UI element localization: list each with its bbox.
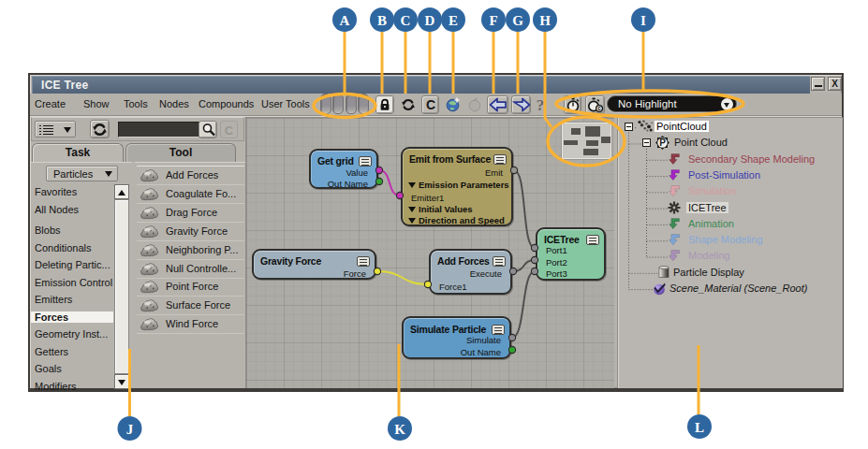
task-list-item[interactable]: Deleting Partic... xyxy=(31,259,113,270)
graph-node-gravity-force[interactable]: Gravity ForceForce xyxy=(252,249,376,280)
tree-expand-box[interactable] xyxy=(625,123,633,131)
menu-user-tools[interactable]: User Tools xyxy=(261,94,310,115)
dropdown-caret-icon xyxy=(105,171,112,177)
flag-icon xyxy=(668,217,681,234)
tree-item-scene-material-scene-root-[interactable]: Scene_Material (Scene_Root) xyxy=(618,282,843,296)
task-list-item[interactable]: Goals xyxy=(31,363,113,374)
help-question-button[interactable]: ? xyxy=(533,95,547,114)
task-list-item[interactable]: Getters xyxy=(31,346,113,357)
graph-node-simulate-particle[interactable]: Simulate ParticleSimulateOut Name xyxy=(402,316,511,359)
titlebar[interactable]: ICE Tree xyxy=(32,76,810,94)
force-tool-icon xyxy=(140,168,160,186)
node-port-label: Force xyxy=(344,268,366,279)
tab-tool[interactable]: Tool xyxy=(125,143,236,162)
window-title: ICE Tree xyxy=(41,79,88,92)
graph-node-add-forces[interactable]: Add ForcesExecuteForce1 xyxy=(429,249,512,295)
task-list-scrollbar[interactable] xyxy=(114,184,129,389)
tree-item-label: Simulation xyxy=(688,185,736,196)
tree-item-secondary-shape-modeling[interactable]: Secondary Shape Modeling xyxy=(618,152,843,167)
nav-back-button[interactable] xyxy=(487,95,508,114)
menubar: CreateShowToolsNodesCompoundsUser ToolsC… xyxy=(30,94,842,116)
task-list-item[interactable]: Modifiers xyxy=(31,381,113,392)
disabled-update-button[interactable] xyxy=(466,95,483,114)
clear-search-button[interactable]: C xyxy=(220,121,238,138)
tool-list-item[interactable]: Wind Force xyxy=(137,315,244,334)
menu-nodes[interactable]: Nodes xyxy=(159,94,189,115)
tree-item-animation[interactable]: Animation xyxy=(618,217,843,231)
graph-node-get-grid[interactable]: Get gridValueOut Name xyxy=(309,149,378,189)
list-view-dropdown[interactable] xyxy=(35,121,76,138)
stopwatch-button[interactable] xyxy=(564,95,581,114)
callout-letter-F: F xyxy=(489,13,497,28)
graph-node-icetree[interactable]: ICETreePort1Port2Port3 xyxy=(536,227,606,281)
graph-edge[interactable] xyxy=(512,271,535,338)
search-button[interactable] xyxy=(199,121,217,138)
tool-list-item[interactable]: Point Force xyxy=(137,278,244,297)
task-list-item[interactable]: Conditionals xyxy=(31,242,113,253)
tool-list-item[interactable]: Neighboring P... xyxy=(137,241,244,260)
scroll-down-button[interactable] xyxy=(114,374,129,389)
stopwatch-cache-icon: c xyxy=(587,97,604,113)
menu-compounds[interactable]: Compounds xyxy=(199,94,254,115)
node-port-label: Value xyxy=(346,167,368,178)
scroll-up-button[interactable] xyxy=(114,184,129,199)
group-triangle-icon xyxy=(408,182,416,188)
stopwatch-cache-button[interactable]: c xyxy=(585,95,605,114)
task-list-item[interactable]: Favorites xyxy=(31,186,113,197)
node-port-label: Port3 xyxy=(546,268,567,279)
lock-button[interactable] xyxy=(375,95,394,114)
cycle-c-button[interactable]: C xyxy=(421,95,439,114)
tree-item-pointcloud[interactable]: PointCloud xyxy=(618,120,843,134)
callout-letter-E: E xyxy=(449,13,458,28)
menu-create[interactable]: Create xyxy=(35,94,66,115)
tree-expand-box[interactable] xyxy=(642,138,651,147)
graph-navigator-minimap[interactable] xyxy=(562,123,611,159)
task-list-item[interactable]: Blobs xyxy=(31,224,113,236)
graph-edge[interactable] xyxy=(514,170,535,248)
tree-item-particle-display[interactable]: Particle Display xyxy=(618,266,843,280)
p-circle-icon: P xyxy=(655,136,669,153)
update-globe-button[interactable] xyxy=(444,95,463,114)
callout-letter-D: D xyxy=(425,13,435,28)
tool-list-item[interactable]: Coagulate Fo... xyxy=(137,185,244,204)
callout-circle-J xyxy=(118,416,142,441)
tree-item-post-simulation[interactable]: Post-Simulation xyxy=(618,168,843,182)
scrollbar-thumb[interactable] xyxy=(114,199,129,374)
task-list-item[interactable]: Emission Control xyxy=(31,277,113,288)
task-list-item[interactable]: All Nodes xyxy=(31,204,113,215)
graph-edge[interactable] xyxy=(377,271,428,284)
tool-list-item[interactable]: Drag Force xyxy=(137,204,244,223)
task-list-item[interactable]: Geometry Inst... xyxy=(31,328,113,340)
tab-task[interactable]: Task xyxy=(32,143,124,162)
tree-item-modeling[interactable]: Modeling xyxy=(618,249,843,263)
callout-letter-G: G xyxy=(512,13,523,28)
graph-node-emit-from-surface[interactable]: Emit from SurfaceEmitEmission Parameters… xyxy=(401,147,513,226)
tool-list-item[interactable]: Gravity Force xyxy=(137,223,244,241)
tool-item-label: Neighboring P... xyxy=(166,244,238,255)
tree-item-point-cloud[interactable]: PPoint Cloud xyxy=(618,136,843,150)
menu-tools[interactable]: Tools xyxy=(124,94,148,115)
layout-bars-group[interactable] xyxy=(320,94,369,115)
menu-show[interactable]: Show xyxy=(83,94,110,115)
node-port-label: Emitter1 xyxy=(411,193,444,203)
search-input[interactable] xyxy=(118,122,199,138)
node-graph-area[interactable]: Get gridValueOut NameEmit from SurfaceEm… xyxy=(245,117,614,388)
task-list-item[interactable]: Emitters xyxy=(31,294,113,305)
close-button[interactable]: X xyxy=(828,77,842,91)
tool-list-item[interactable]: Null Controlle... xyxy=(137,260,244,279)
nav-forward-button[interactable] xyxy=(511,95,531,114)
graph-edge[interactable] xyxy=(379,170,400,196)
tool-list-item[interactable]: Add Forces xyxy=(137,167,244,185)
graph-edge[interactable] xyxy=(513,260,535,271)
minimize-button[interactable] xyxy=(811,77,825,91)
refresh-button[interactable] xyxy=(399,95,417,114)
tool-list-item[interactable]: Surface Force xyxy=(137,297,244,315)
highlight-dropdown[interactable]: No Highlight xyxy=(607,95,737,112)
task-list-item[interactable]: Forces xyxy=(31,311,113,323)
tree-item-shape-modeling[interactable]: Shape Modeling xyxy=(618,233,843,247)
minimap-node-rect xyxy=(571,128,581,135)
particles-dropdown[interactable]: Particles xyxy=(46,166,118,181)
tree-item-simulation[interactable]: Simulation xyxy=(618,184,843,198)
tree-item-icetree[interactable]: ICETree xyxy=(618,201,843,215)
search-refresh-button[interactable] xyxy=(90,120,110,138)
